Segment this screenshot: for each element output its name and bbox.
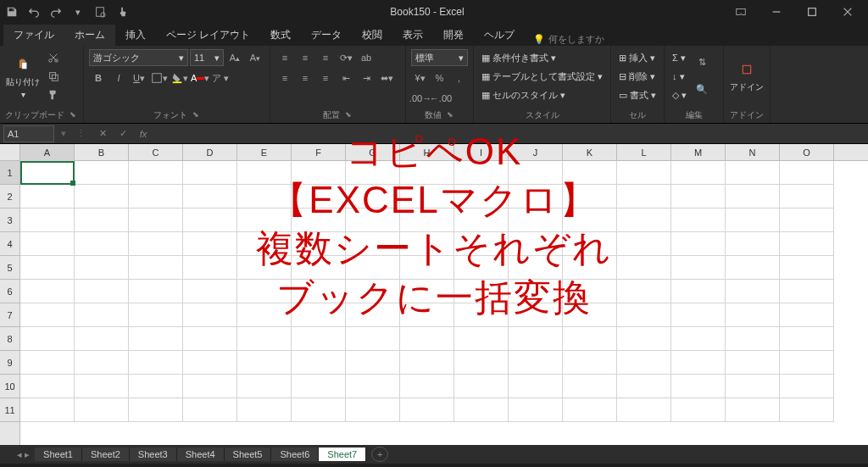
cell[interactable] — [400, 185, 454, 208]
row-header[interactable]: 3 — [0, 208, 19, 232]
cell[interactable] — [346, 161, 400, 185]
print-preview-icon[interactable] — [92, 3, 108, 20]
cell[interactable] — [454, 398, 509, 422]
sheet-tab[interactable]: Sheet4 — [177, 448, 225, 461]
cell[interactable] — [780, 161, 834, 185]
cell[interactable] — [509, 327, 563, 351]
cell[interactable] — [346, 398, 400, 422]
cell[interactable] — [780, 208, 834, 232]
cell[interactable] — [671, 232, 726, 256]
cell[interactable] — [780, 351, 834, 375]
format-painter-icon[interactable] — [44, 86, 63, 103]
bold-button[interactable]: B — [89, 69, 108, 86]
cell[interactable] — [400, 280, 454, 303]
cell[interactable] — [237, 303, 292, 327]
tab-file[interactable]: ファイル — [3, 25, 64, 46]
cell[interactable] — [129, 161, 183, 185]
copy-icon[interactable] — [44, 68, 63, 85]
increase-indent-icon[interactable]: ⇥ — [357, 69, 376, 86]
comma-icon[interactable]: , — [450, 69, 468, 86]
cell[interactable] — [75, 280, 129, 303]
cell[interactable] — [346, 375, 400, 398]
tab-review[interactable]: 校閲 — [352, 25, 392, 46]
cell[interactable] — [726, 256, 780, 280]
cell[interactable] — [671, 375, 726, 398]
cell[interactable] — [400, 303, 454, 327]
maximize-button[interactable] — [795, 1, 829, 23]
align-bottom-icon[interactable]: ≡ — [316, 49, 335, 66]
cell[interactable] — [563, 185, 617, 208]
cell[interactable] — [780, 280, 834, 303]
cell[interactable] — [400, 256, 454, 280]
cell[interactable] — [292, 398, 346, 422]
cell[interactable] — [454, 351, 509, 375]
cell[interactable] — [726, 375, 780, 398]
delete-cells-button[interactable]: ⊟削除 ▾ — [616, 68, 659, 85]
sheet-tab[interactable]: Sheet3 — [130, 448, 177, 461]
row-header[interactable]: 8 — [0, 327, 19, 351]
cell[interactable] — [509, 161, 563, 185]
align-top-icon[interactable]: ≡ — [275, 49, 294, 66]
merge-button[interactable]: ⬌▾ — [377, 69, 396, 86]
cell[interactable] — [75, 256, 129, 280]
increase-decimal-icon[interactable]: .00→ — [411, 90, 430, 107]
cell[interactable] — [75, 398, 129, 422]
cell[interactable] — [780, 327, 834, 351]
cell[interactable] — [20, 280, 75, 303]
italic-button[interactable]: I — [109, 69, 128, 86]
cell[interactable] — [780, 375, 834, 398]
paste-button[interactable]: 貼り付け ▾ — [5, 49, 41, 103]
touch-mode-icon[interactable] — [114, 3, 131, 20]
column-header[interactable]: K — [563, 144, 617, 161]
cell[interactable] — [726, 351, 780, 375]
column-header[interactable]: B — [75, 144, 129, 161]
decrease-decimal-icon[interactable]: ←.00 — [431, 90, 450, 107]
cell[interactable] — [20, 208, 75, 232]
cell[interactable] — [129, 185, 183, 208]
cancel-icon[interactable]: ✕ — [92, 125, 113, 142]
column-header[interactable]: F — [292, 144, 346, 161]
row-header[interactable]: 4 — [0, 232, 19, 256]
decrease-font-icon[interactable]: A▾ — [246, 49, 264, 66]
cell[interactable] — [20, 351, 75, 375]
cell[interactable] — [183, 208, 237, 232]
cell[interactable] — [20, 327, 75, 351]
cell[interactable] — [509, 280, 563, 303]
wrap-text-button[interactable]: ab — [357, 49, 376, 66]
cell[interactable] — [400, 375, 454, 398]
autosum-button[interactable]: Σ ▾ — [670, 49, 689, 66]
cell[interactable] — [563, 280, 617, 303]
cell[interactable] — [563, 351, 617, 375]
cell[interactable] — [75, 208, 129, 232]
orientation-icon[interactable]: ⟳▾ — [337, 49, 355, 66]
cell[interactable] — [75, 232, 129, 256]
cell[interactable] — [454, 327, 509, 351]
cell[interactable] — [237, 375, 292, 398]
column-header[interactable]: J — [509, 144, 563, 161]
cell[interactable] — [617, 280, 671, 303]
cell[interactable] — [726, 398, 780, 422]
tell-me-search[interactable]: 💡 何をしますか — [533, 33, 604, 46]
cell[interactable] — [509, 351, 563, 375]
cell[interactable] — [292, 208, 346, 232]
conditional-formatting-button[interactable]: ▦条件付き書式 ▾ — [479, 49, 605, 66]
cell[interactable] — [726, 280, 780, 303]
row-header[interactable]: 5 — [0, 256, 19, 280]
cell[interactable] — [237, 256, 292, 280]
cell[interactable] — [400, 208, 454, 232]
percent-icon[interactable]: % — [431, 69, 448, 86]
cell[interactable] — [183, 232, 237, 256]
cell[interactable] — [346, 327, 400, 351]
cell[interactable] — [400, 398, 454, 422]
addins-button[interactable]: アドイン — [729, 49, 765, 103]
column-header[interactable]: I — [454, 144, 509, 161]
cell[interactable] — [183, 375, 237, 398]
cell[interactable] — [346, 232, 400, 256]
tab-page-layout[interactable]: ページ レイアウト — [156, 25, 260, 46]
cell[interactable] — [292, 185, 346, 208]
cell[interactable] — [780, 256, 834, 280]
align-center-icon[interactable]: ≡ — [296, 69, 314, 86]
cell[interactable] — [346, 303, 400, 327]
cut-icon[interactable] — [44, 49, 63, 66]
cell[interactable] — [671, 303, 726, 327]
